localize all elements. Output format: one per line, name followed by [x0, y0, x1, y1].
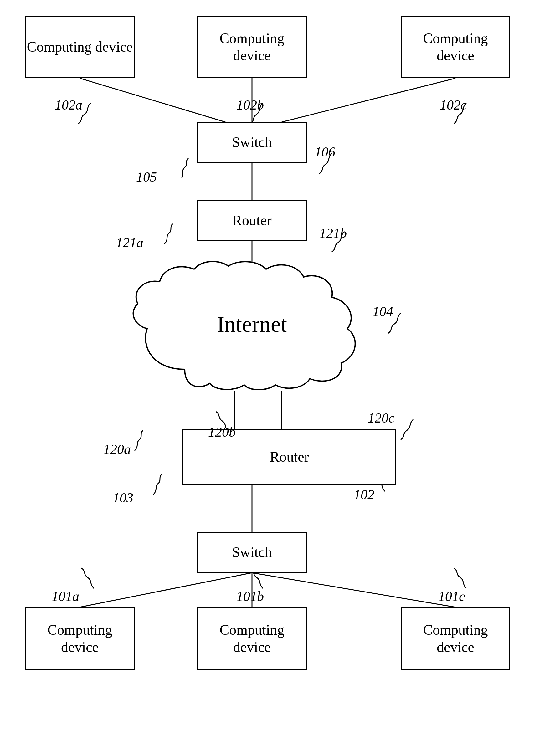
- label-121a: 121a: [116, 235, 144, 251]
- computing-device-top-left: Computing device: [25, 16, 134, 78]
- label-120b: 120b: [208, 424, 236, 440]
- svg-line-10: [252, 573, 456, 607]
- switch-top: Switch: [197, 122, 307, 163]
- label-104: 104: [372, 304, 393, 320]
- label-120a: 120a: [103, 441, 131, 457]
- computing-device-top-mid: Computingdevice: [197, 16, 307, 78]
- computing-device-top-right: Computingdevice: [401, 16, 510, 78]
- computing-device-bot-right: Computingdevice: [401, 607, 510, 670]
- svg-line-8: [80, 573, 252, 607]
- label-102c: 102c: [440, 97, 467, 113]
- label-103: 103: [113, 490, 133, 506]
- svg-text:Internet: Internet: [217, 312, 287, 337]
- label-106: 106: [315, 144, 335, 160]
- label-102a: 102a: [55, 97, 82, 113]
- svg-line-0: [80, 78, 225, 122]
- switch-bottom: Switch: [197, 532, 307, 573]
- router-top: Router: [197, 200, 307, 241]
- label-105: 105: [136, 169, 157, 185]
- computing-device-bot-mid: Computingdevice: [197, 607, 307, 670]
- label-121b: 121b: [319, 225, 347, 241]
- label-101b: 101b: [236, 589, 264, 604]
- internet-cloud-shape: Internet: [122, 260, 382, 394]
- computing-device-bot-left: Computingdevice: [25, 607, 134, 670]
- network-diagram: Internet Computi: [0, 0, 560, 738]
- svg-line-2: [282, 78, 456, 122]
- label-102: 102: [354, 487, 374, 503]
- label-102b: 102b: [236, 97, 264, 113]
- label-120c: 120c: [368, 410, 395, 426]
- label-101c: 101c: [438, 589, 465, 604]
- label-101a: 101a: [52, 589, 79, 604]
